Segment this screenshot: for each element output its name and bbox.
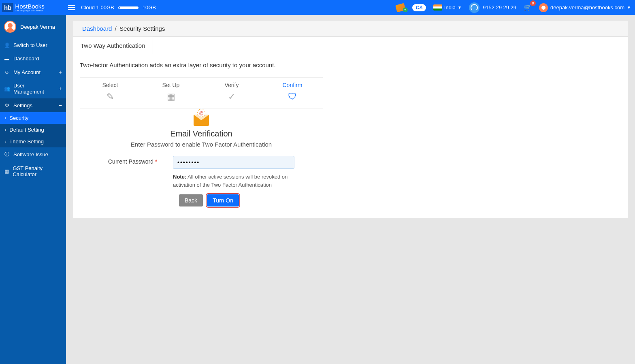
email-envelope-icon bbox=[194, 115, 209, 126]
ca-badge[interactable]: CA bbox=[412, 4, 426, 11]
chevron-down-icon: ▼ bbox=[458, 5, 462, 10]
top-bar: hb HostBooks The language of business Cl… bbox=[0, 0, 635, 15]
back-button[interactable]: Back bbox=[179, 194, 203, 206]
tab-two-way-auth[interactable]: Two Way Authentication bbox=[73, 37, 153, 54]
expand-icon: + bbox=[59, 85, 62, 92]
content-area: Dashboard / Security Settings Two Way Au… bbox=[66, 15, 635, 364]
collapse-icon: − bbox=[59, 102, 62, 109]
sidebar-item-switch-user[interactable]: 👤 Switch to User bbox=[0, 38, 66, 52]
cloud-storage-info: Cloud 1.00GB 10GB bbox=[81, 4, 156, 11]
sidebar-item-theme-setting[interactable]: › Theme Setting bbox=[0, 136, 66, 147]
cloud-used: Cloud 1.00GB bbox=[81, 4, 114, 11]
form-title: Email Verification bbox=[80, 129, 323, 138]
chevron-right-icon: › bbox=[5, 128, 6, 132]
breadcrumb: Dashboard / Security Settings bbox=[73, 21, 628, 37]
storage-bar bbox=[118, 6, 139, 9]
note-text: Note: All other active sessions will be … bbox=[173, 173, 294, 189]
turn-on-button[interactable]: Turn On bbox=[207, 194, 239, 206]
form-subtitle: Enter Password to enable Two Factor Auth… bbox=[80, 141, 323, 148]
support-phone[interactable]: 9152 29 29 29 bbox=[469, 2, 516, 13]
users-icon: 👥 bbox=[4, 86, 10, 92]
step-select: Select ✎ bbox=[80, 82, 141, 103]
headset-icon bbox=[469, 2, 479, 13]
edit-icon: ✎ bbox=[104, 91, 116, 103]
chevron-right-icon: › bbox=[5, 116, 6, 120]
avatar-icon bbox=[4, 21, 16, 33]
account-icon: ☺ bbox=[4, 69, 10, 75]
logo[interactable]: hb HostBooks The language of business bbox=[2, 3, 65, 12]
stepper: Select ✎ Set Up ▦ Verify ✓ Confirm 🛡 bbox=[80, 77, 323, 109]
cart-button[interactable]: 🛒 0 bbox=[524, 4, 532, 11]
current-password-input[interactable] bbox=[173, 156, 294, 169]
dashboard-icon: ▬ bbox=[4, 56, 10, 62]
breadcrumb-current: Security Settings bbox=[119, 25, 165, 32]
tab-row: Two Way Authentication bbox=[73, 37, 628, 54]
check-circle-icon: ✓ bbox=[226, 91, 238, 103]
cloud-total: 10GB bbox=[143, 4, 156, 11]
step-setup: Set Up ▦ bbox=[141, 82, 201, 103]
shield-icon: 🛡 bbox=[286, 91, 298, 103]
logo-hb-icon: hb bbox=[2, 3, 13, 12]
sidebar-user-block[interactable]: Deepak Verma bbox=[0, 15, 66, 38]
chevron-down-icon: ▼ bbox=[627, 5, 631, 10]
gear-icon: ⚙ bbox=[4, 102, 10, 108]
panel-description: Two-factor Authentication adds an extra … bbox=[80, 62, 621, 68]
sidebar-user-name: Deepak Verma bbox=[20, 24, 55, 30]
country-selector[interactable]: India ▼ bbox=[433, 4, 462, 11]
main-panel: Two Way Authentication Two-factor Authen… bbox=[73, 37, 628, 218]
breadcrumb-dashboard-link[interactable]: Dashboard bbox=[82, 25, 112, 32]
calculator-icon: ▦ bbox=[4, 168, 9, 174]
sidebar-item-security[interactable]: › Security bbox=[0, 112, 66, 124]
sidebar-item-default-setting[interactable]: › Default Setting bbox=[0, 124, 66, 136]
sidebar-item-settings[interactable]: ⚙ Settings − bbox=[0, 98, 66, 112]
sidebar-item-my-account[interactable]: ☺ My Account + bbox=[0, 65, 66, 79]
chevron-right-icon: › bbox=[5, 139, 6, 144]
cart-count-badge: 0 bbox=[530, 0, 536, 6]
hamburger-menu-icon[interactable] bbox=[68, 5, 75, 10]
step-verify: Verify ✓ bbox=[201, 82, 262, 103]
expand-icon: + bbox=[59, 69, 62, 75]
info-icon: ⓘ bbox=[4, 151, 10, 158]
user-menu[interactable]: deepak.verma@hostbooks.com ▼ bbox=[539, 3, 631, 12]
user-icon: 👤 bbox=[4, 43, 10, 48]
logo-main-text: HostBooks bbox=[15, 3, 45, 9]
india-flag-icon bbox=[433, 4, 442, 11]
grid-icon: ▦ bbox=[165, 91, 177, 103]
ticket-icon[interactable] bbox=[396, 3, 406, 12]
sidebar-item-gst-calculator[interactable]: ▦ GST Penalty Calculator bbox=[0, 162, 66, 181]
sidebar-item-software-issue[interactable]: ⓘ Software Issue bbox=[0, 147, 66, 162]
form-area: Email Verification Enter Password to ena… bbox=[80, 109, 323, 206]
sidebar-item-dashboard[interactable]: ▬ Dashboard bbox=[0, 52, 66, 65]
avatar-icon bbox=[539, 3, 548, 12]
step-confirm: Confirm 🛡 bbox=[262, 82, 323, 103]
password-label: Current Password * bbox=[108, 156, 161, 165]
sidebar-item-user-management[interactable]: 👥 User Management + bbox=[0, 79, 66, 98]
sidebar: Deepak Verma 👤 Switch to User ▬ Dashboar… bbox=[0, 15, 66, 364]
